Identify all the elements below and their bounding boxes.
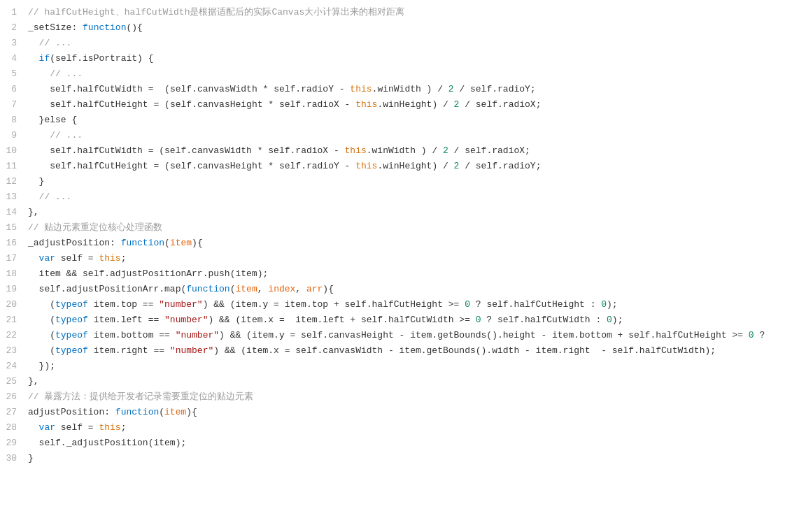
code-token: .radioY - bbox=[295, 84, 350, 94]
code-token bbox=[28, 253, 39, 264]
code-token: typeof bbox=[55, 330, 88, 340]
code-token: self bbox=[170, 84, 192, 94]
code-token: }, bbox=[28, 207, 39, 217]
code-token: .radioY; bbox=[492, 84, 535, 94]
code-token: self bbox=[279, 99, 301, 110]
line-number: 12 bbox=[0, 175, 28, 189]
code-line: 12 } bbox=[0, 175, 806, 190]
code-line: 4 if(self.isPortrait) { bbox=[0, 52, 806, 67]
code-token: .winWidth ) / bbox=[372, 84, 448, 94]
code-token: .winWidth ) / bbox=[367, 145, 443, 156]
code-token: .halfCutHeight >= bbox=[367, 299, 465, 310]
code-token: self bbox=[274, 84, 295, 94]
code-token bbox=[28, 99, 50, 110]
code-token: .winHeight) / bbox=[377, 99, 453, 110]
code-line: 8 }else { bbox=[0, 113, 806, 129]
code-token: .canvasHeight - item.getBounds().height … bbox=[323, 330, 628, 340]
code-token: "number" bbox=[159, 299, 202, 310]
code-token: ( bbox=[164, 238, 170, 248]
code-token: .radioY; bbox=[497, 161, 541, 171]
code-token: var bbox=[39, 422, 55, 433]
code-token: 0 bbox=[749, 330, 754, 340]
code-token: .radioX - bbox=[290, 145, 345, 156]
code-token: / bbox=[454, 84, 470, 94]
code-token bbox=[28, 53, 39, 64]
code-token: this bbox=[355, 161, 377, 171]
line-number: 19 bbox=[0, 282, 28, 297]
code-token: ) && (item.y = bbox=[219, 330, 301, 340]
code-token: self bbox=[170, 161, 192, 171]
code-line: 29 self._adjustPosition(item); bbox=[0, 436, 806, 452]
code-token: ( bbox=[28, 299, 55, 310]
line-number: 18 bbox=[0, 267, 28, 282]
code-token: ( bbox=[28, 345, 55, 356]
line-content: // ... bbox=[28, 67, 806, 82]
code-token: function bbox=[186, 284, 229, 294]
code-line: 10 self.halfCutWidth = (self.canvasWidth… bbox=[0, 144, 806, 159]
line-number: 9 bbox=[0, 129, 28, 143]
code-token: self bbox=[345, 299, 367, 310]
line-number: 8 bbox=[0, 113, 28, 128]
code-line: 20 (typeof item.top == "number") && (ite… bbox=[0, 298, 806, 313]
line-number: 2 bbox=[0, 21, 28, 36]
code-line: 15// 贴边元素重定位核心处理函数 bbox=[0, 221, 806, 236]
code-token: _adjustPosition bbox=[28, 238, 110, 248]
line-content: _adjustPosition: function(item){ bbox=[28, 236, 806, 251]
code-token: .canvasWidth - item.getBounds().width - … bbox=[318, 345, 612, 356]
code-line: 7 self.halfCutHeight = (self.canvasHeigh… bbox=[0, 98, 806, 113]
line-number: 24 bbox=[0, 359, 28, 374]
code-token: .radioY - bbox=[301, 161, 355, 171]
line-content: // 贴边元素重定位核心处理函数 bbox=[28, 221, 806, 236]
line-number: 17 bbox=[0, 252, 28, 266]
code-token: self bbox=[83, 268, 104, 279]
line-content: self.halfCutHeight = (self.canvasHeight … bbox=[28, 159, 806, 174]
code-token: .halfCutWidth : bbox=[519, 315, 607, 325]
code-token bbox=[28, 84, 50, 94]
code-token: ) && (item.y = item.top + bbox=[203, 299, 345, 310]
code-token: self bbox=[50, 145, 71, 156]
code-token: } bbox=[28, 453, 34, 463]
code-token: .halfCutWidth = ( bbox=[71, 145, 164, 156]
code-token: ( bbox=[159, 407, 164, 417]
code-token: : bbox=[71, 22, 83, 33]
code-token: item bbox=[170, 238, 192, 248]
code-token: self = bbox=[55, 422, 99, 433]
line-content: // 暴露方法：提供给开发者记录需要重定位的贴边元素 bbox=[28, 390, 806, 405]
code-token: } bbox=[28, 176, 44, 187]
line-content: } bbox=[28, 175, 806, 189]
code-token bbox=[28, 438, 39, 448]
code-line: 21 (typeof item.left == "number") && (it… bbox=[0, 313, 806, 329]
code-token: .halfCutHeight : bbox=[509, 299, 602, 310]
code-token: .isPortrait) { bbox=[77, 53, 153, 64]
code-token: ); bbox=[607, 299, 618, 310]
code-token: typeof bbox=[55, 315, 88, 325]
line-content: self.halfCutHeight = (self.canvasHeight … bbox=[28, 98, 806, 113]
code-token: .canvasWidth * bbox=[186, 145, 268, 156]
code-token: ? bbox=[754, 330, 765, 340]
code-line: 2_setSize: function(){ bbox=[0, 21, 806, 36]
code-token: // ... bbox=[39, 38, 72, 48]
line-content: self._adjustPosition(item); bbox=[28, 436, 806, 451]
code-token: self bbox=[55, 53, 77, 64]
line-content: self.halfCutWidth = (self.canvasWidth * … bbox=[28, 82, 806, 97]
code-token: self bbox=[301, 330, 323, 340]
code-token: .radioX; bbox=[486, 145, 530, 156]
code-token bbox=[28, 192, 39, 202]
line-number: 25 bbox=[0, 375, 28, 389]
code-token: adjustPosition bbox=[28, 407, 104, 417]
code-token: / bbox=[459, 161, 475, 171]
code-token: // halfCutHeight、halfCutWidth是根据适配后的实际Ca… bbox=[28, 7, 404, 17]
line-content: self.halfCutWidth = (self.canvasWidth * … bbox=[28, 144, 806, 159]
code-token: .halfCutHeight >= bbox=[650, 330, 748, 340]
line-number: 1 bbox=[0, 6, 28, 20]
code-token: self bbox=[50, 99, 71, 110]
code-token: "number" bbox=[176, 330, 219, 340]
code-token: ( bbox=[28, 330, 55, 340]
code-token: .winHeight) / bbox=[377, 161, 453, 171]
code-token: item && bbox=[28, 268, 83, 279]
code-token: .halfCutWidth); bbox=[634, 345, 716, 356]
code-line: 1// halfCutHeight、halfCutWidth是根据适配后的实际C… bbox=[0, 6, 806, 21]
code-token: ._adjustPosition(item); bbox=[61, 438, 186, 448]
code-token: self bbox=[476, 161, 497, 171]
line-number: 22 bbox=[0, 329, 28, 343]
